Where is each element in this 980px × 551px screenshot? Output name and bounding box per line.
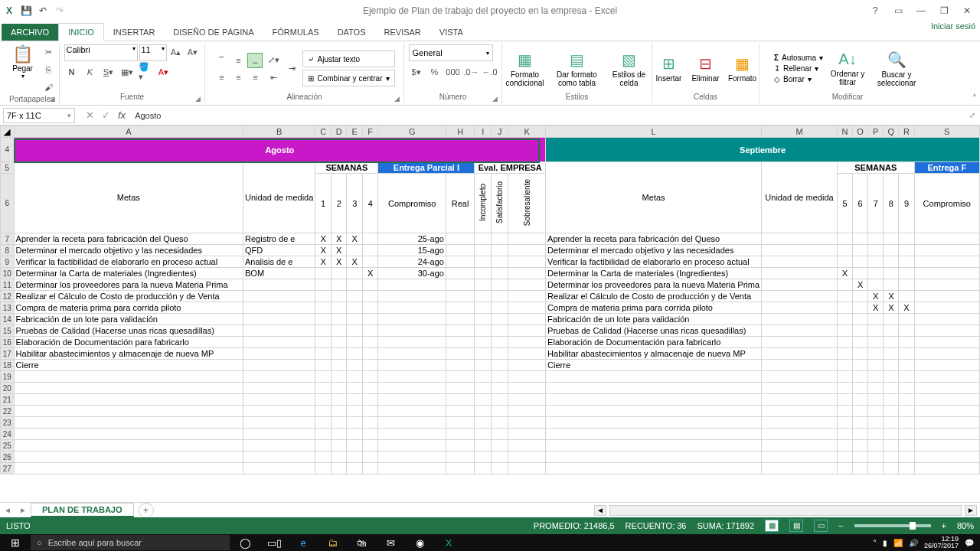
grow-font-icon[interactable]: A▴ xyxy=(168,44,184,60)
collapse-ribbon-icon[interactable]: ˄ xyxy=(972,93,977,103)
start-button[interactable]: ⊞ xyxy=(2,534,29,551)
align-center-icon[interactable]: ≡ xyxy=(230,70,246,85)
table-row[interactable]: 11Determinar los proveedores para la nue… xyxy=(1,279,980,291)
close-icon[interactable]: ✕ xyxy=(957,5,977,16)
dialog-launcher-icon[interactable]: ◢ xyxy=(195,95,203,103)
table-row[interactable]: 26 xyxy=(1,452,980,463)
format-table-button[interactable]: ▤Dar formato como tabla xyxy=(553,51,602,87)
excel-taskbar-icon[interactable]: X xyxy=(435,534,462,551)
tab-datos[interactable]: DATOS xyxy=(328,24,375,41)
underline-button[interactable]: S▾ xyxy=(101,64,116,80)
taskbar-search[interactable]: ○ Escribe aquí para buscar xyxy=(31,535,230,550)
table-row[interactable]: 12Realizar el Cálculo de Costo de produc… xyxy=(1,291,980,302)
fill-button[interactable]: ↧ Rellenar ▾ xyxy=(774,64,823,73)
table-row[interactable]: 9Verificar la factibilidad de elaborarlo… xyxy=(1,256,980,268)
fill-color-icon[interactable]: 🪣▾ xyxy=(138,64,153,80)
cortana-icon[interactable]: ◯ xyxy=(231,534,259,551)
spreadsheet[interactable]: ◢ A B C D E F G H I J K L M N O P Q R S … xyxy=(0,126,980,474)
align-left-icon[interactable]: ≡ xyxy=(214,70,229,85)
cell-styles-button[interactable]: ▧Estilos de celda xyxy=(605,51,654,87)
table-row[interactable]: 18CierreCierre xyxy=(1,360,980,371)
minimize-icon[interactable]: — xyxy=(911,5,931,16)
borders-icon[interactable]: ▦▾ xyxy=(119,64,135,80)
table-row[interactable]: 15Pruebas de Calidad (Hacerse unas ricas… xyxy=(1,325,980,337)
redo-icon[interactable]: ↷ xyxy=(52,3,67,18)
zoom-in-icon[interactable]: + xyxy=(942,521,946,530)
tray-wifi-icon[interactable]: 📶 xyxy=(893,539,903,547)
tray-battery-icon[interactable]: ▮ xyxy=(883,539,887,547)
align-middle-icon[interactable]: ≡ xyxy=(230,53,246,68)
select-all[interactable]: ◢ xyxy=(1,126,15,138)
tab-revisar[interactable]: REVISAR xyxy=(375,24,430,41)
grid-scroll[interactable]: ◢ A B C D E F G H I J K L M N O P Q R S … xyxy=(0,126,980,505)
cut-icon[interactable]: ✂ xyxy=(41,44,57,60)
currency-icon[interactable]: $▾ xyxy=(409,64,424,80)
insert-cells-button[interactable]: ⊞Insertar xyxy=(652,54,686,83)
sheet-nav-next[interactable]: ► xyxy=(19,506,27,514)
dialog-launcher-icon[interactable]: ◢ xyxy=(50,95,57,103)
wrap-text-button[interactable]: ⤶ Ajustar texto xyxy=(302,51,394,67)
month-septiembre[interactable]: Septiembre xyxy=(546,138,980,162)
table-row[interactable]: 17Habilitar abastecimientos y almacenaje… xyxy=(1,348,980,360)
font-size-combo[interactable]: 11▾ xyxy=(139,44,167,61)
formula-input[interactable]: Agosto xyxy=(126,111,969,120)
align-right-icon[interactable]: ≡ xyxy=(247,70,263,85)
table-row[interactable]: 13Compra de materia prima para corrida p… xyxy=(1,302,980,314)
format-cells-button[interactable]: ▦Formato xyxy=(726,54,760,83)
autosum-button[interactable]: Σ Autosuma ▾ xyxy=(774,54,823,62)
tab-diseno[interactable]: DISEÑO DE PÁGINA xyxy=(164,24,263,41)
view-pagebreak-icon[interactable]: ▭ xyxy=(814,520,828,532)
table-row[interactable]: 8Determinar el mercado objetivo y las ne… xyxy=(1,245,980,256)
table-row[interactable]: 23 xyxy=(1,417,980,429)
zoom-slider[interactable] xyxy=(854,524,931,527)
merge-center-button[interactable]: ⊞ Combinar y centrar ▾ xyxy=(302,70,394,86)
table-row[interactable]: 14Fabricación de un lote para validación… xyxy=(1,314,980,325)
orientation-icon[interactable]: ⤢▾ xyxy=(266,52,281,67)
chrome-icon[interactable]: ◉ xyxy=(406,534,433,551)
explorer-icon[interactable]: 🗂 xyxy=(318,534,346,551)
tab-vista[interactable]: VISTA xyxy=(430,24,472,41)
signin-link[interactable]: Iniciar sesió xyxy=(931,21,975,31)
edge-icon[interactable]: e xyxy=(289,534,317,551)
align-top-icon[interactable]: ⎺ xyxy=(214,53,229,68)
decrease-indent-icon[interactable]: ⇤ xyxy=(266,70,281,85)
mail-icon[interactable]: ✉ xyxy=(377,534,404,551)
increase-decimal-icon[interactable]: .0→ xyxy=(464,64,479,80)
table-row[interactable]: 19 xyxy=(1,371,980,383)
font-name-combo[interactable]: Calibri▾ xyxy=(64,44,138,61)
comma-icon[interactable]: 000 xyxy=(446,64,461,80)
font-color-icon[interactable]: A▾ xyxy=(156,64,172,80)
enter-formula-icon[interactable]: ✓ xyxy=(102,109,110,121)
save-icon[interactable]: 💾 xyxy=(18,3,34,18)
find-select-button[interactable]: 🔍Buscar y seleccionar xyxy=(872,51,921,87)
hdr-unidad[interactable]: Unidad de medida xyxy=(243,162,315,233)
hdr-semanas[interactable]: SEMANAS xyxy=(315,162,378,174)
bold-button[interactable]: N xyxy=(64,64,80,80)
align-bottom-icon[interactable]: ⎽ xyxy=(247,53,263,68)
undo-icon[interactable]: ↶ xyxy=(35,3,51,18)
help-icon[interactable]: ? xyxy=(865,5,885,16)
format-painter-icon[interactable]: 🖌 xyxy=(41,80,57,95)
clear-button[interactable]: ◇ Borrar ▾ xyxy=(774,75,823,83)
italic-button[interactable]: K xyxy=(83,64,98,80)
conditional-format-button[interactable]: ▦Formato condicional xyxy=(501,51,550,87)
expand-formula-icon[interactable]: ⤢ xyxy=(969,111,980,119)
number-format-combo[interactable]: General▾ xyxy=(409,44,493,61)
hscroll-left[interactable]: ◄ xyxy=(594,505,606,516)
ribbon-options-icon[interactable]: ▭ xyxy=(888,5,908,16)
store-icon[interactable]: 🛍 xyxy=(348,534,375,551)
taskview-icon[interactable]: ▭▯ xyxy=(260,534,288,551)
col-header[interactable]: A xyxy=(14,126,243,138)
table-row[interactable]: 10Determinar la Carta de materiales (Ing… xyxy=(1,268,980,279)
view-normal-icon[interactable]: ▦ xyxy=(765,520,779,532)
hdr-eval[interactable]: Eval. EMPRESA xyxy=(475,162,546,174)
view-pagelayout-icon[interactable]: ▤ xyxy=(789,520,803,532)
zoom-out-icon[interactable]: − xyxy=(838,521,843,530)
tab-insertar[interactable]: INSERTAR xyxy=(104,24,165,41)
copy-icon[interactable]: ⎘ xyxy=(41,62,57,77)
table-row[interactable]: 7Aprender la receta para fabricación del… xyxy=(1,233,980,245)
shrink-font-icon[interactable]: A▾ xyxy=(185,44,201,60)
sheet-tab[interactable]: PLAN DE TRABAJO xyxy=(31,503,134,517)
paste-button[interactable]: 📋 Pegar ▾ xyxy=(8,44,38,80)
dialog-launcher-icon[interactable]: ◢ xyxy=(492,95,500,103)
